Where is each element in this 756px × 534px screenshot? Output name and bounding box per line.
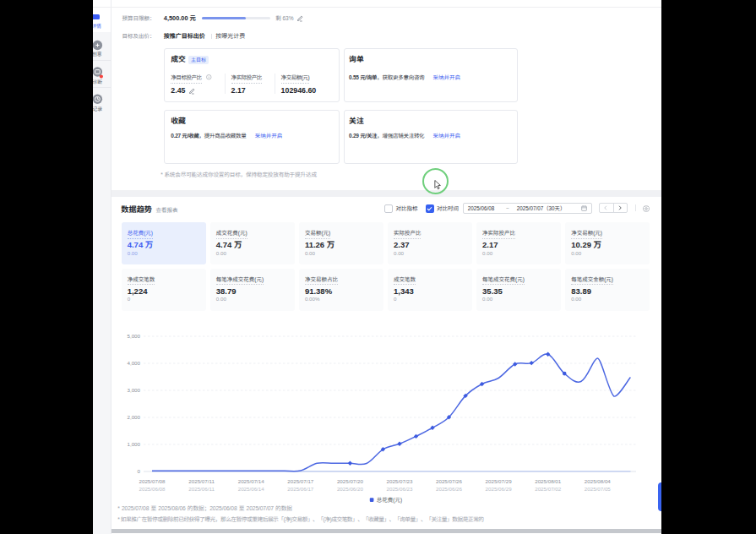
svg-text:1,000: 1,000: [128, 440, 141, 448]
svg-text:2025/06/08: 2025/06/08: [139, 485, 166, 493]
svg-text:2025/06/11: 2025/06/11: [188, 485, 215, 493]
svg-text:2025/06/14: 2025/06/14: [238, 485, 265, 493]
svg-text:2025/07/26: 2025/07/26: [436, 477, 463, 485]
svg-text:2025/06/20: 2025/06/20: [337, 485, 364, 493]
svg-text:2025/07/29: 2025/07/29: [486, 477, 513, 485]
svg-text:2025/06/29: 2025/06/29: [486, 485, 513, 493]
svg-text:2025/06/23: 2025/06/23: [387, 485, 414, 493]
svg-text:2025/07/02: 2025/07/02: [535, 485, 562, 493]
svg-text:总花费(元): 总花费(元): [377, 495, 402, 504]
svg-text:2025/06/26: 2025/06/26: [436, 485, 463, 493]
svg-text:2025/07/05: 2025/07/05: [585, 485, 612, 493]
svg-text:2025/08/04: 2025/08/04: [585, 477, 612, 485]
svg-text:4,000: 4,000: [128, 359, 141, 367]
svg-text:2025/06/17: 2025/06/17: [287, 485, 314, 493]
svg-text:2025/07/08: 2025/07/08: [139, 477, 166, 485]
svg-text:2025/08/01: 2025/08/01: [535, 477, 562, 485]
svg-text:2025/07/20: 2025/07/20: [337, 477, 364, 485]
svg-text:2025/07/14: 2025/07/14: [238, 477, 265, 485]
svg-text:2025/07/11: 2025/07/11: [188, 477, 215, 485]
svg-text:2,000: 2,000: [128, 413, 141, 421]
svg-text:0: 0: [138, 467, 141, 475]
svg-text:3,000: 3,000: [128, 386, 141, 394]
svg-text:5,000: 5,000: [128, 332, 141, 340]
svg-text:2025/07/23: 2025/07/23: [387, 477, 414, 485]
svg-text:2025/07/17: 2025/07/17: [287, 477, 314, 485]
